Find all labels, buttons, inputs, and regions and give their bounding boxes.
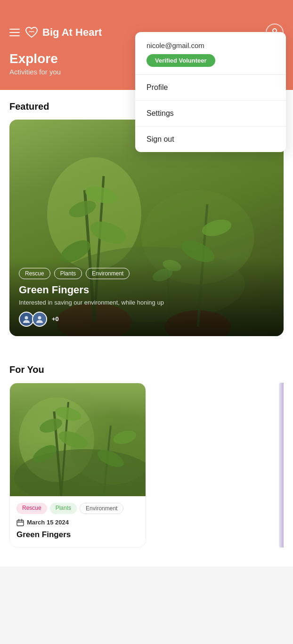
for-you-scroll[interactable]: Rescue Plants Environment March 15 2024 … <box>9 383 284 547</box>
for-you-title: For You <box>9 364 284 375</box>
card-1-tag-environment: Environment <box>80 503 123 514</box>
for-you-section: For You <box>0 364 293 566</box>
brand-name: Big At Heart <box>42 26 102 39</box>
featured-tags: Rescue Plants Environment <box>19 268 274 279</box>
dropdown-header: nicole@gmail.com Verified Volunteer <box>135 32 286 75</box>
avatar-2 <box>32 312 47 327</box>
for-you-card-image-1 <box>10 383 146 496</box>
avatars-row: +0 <box>19 312 274 327</box>
tag-rescue: Rescue <box>19 268 50 279</box>
app-header: Big At Heart Explore Activities for you … <box>0 0 293 90</box>
card-1-title: Green Fingers <box>16 530 139 539</box>
participant-count: +0 <box>52 315 59 322</box>
heart-logo-icon <box>24 25 39 40</box>
tag-environment: Environment <box>86 268 130 279</box>
card-1-date-text: March 15 2024 <box>27 519 69 526</box>
user-dropdown: nicole@gmail.com Verified Volunteer Prof… <box>135 32 286 152</box>
profile-menu-item[interactable]: Profile <box>135 75 286 101</box>
avatar-icon-2 <box>35 314 44 324</box>
svg-point-19 <box>38 316 41 319</box>
card-1-tag-rescue: Rescue <box>16 503 47 514</box>
verified-badge: Verified Volunteer <box>146 54 215 67</box>
signout-menu-item[interactable]: Sign out <box>135 127 286 152</box>
svg-point-18 <box>25 316 28 319</box>
calendar-icon <box>16 519 24 526</box>
menu-button[interactable] <box>9 29 20 36</box>
card-1-tags: Rescue Plants Environment <box>16 503 139 514</box>
scroll-indicator <box>279 383 284 547</box>
for-you-card-body-1: Rescue Plants Environment March 15 2024 … <box>10 496 146 547</box>
featured-card-overlay: Rescue Plants Environment Green Fingers … <box>9 258 284 336</box>
avatar-icon-1 <box>22 314 31 324</box>
user-email: nicole@gmail.com <box>146 41 275 49</box>
for-you-card-1[interactable]: Rescue Plants Environment March 15 2024 … <box>9 383 146 547</box>
brand-logo: Big At Heart <box>24 25 102 40</box>
tag-plants: Plants <box>54 268 82 279</box>
card-1-tag-plants: Plants <box>50 503 77 514</box>
settings-menu-item[interactable]: Settings <box>135 101 286 127</box>
featured-description: Interested in saving our environment, wh… <box>19 299 274 306</box>
featured-title: Green Fingers <box>19 284 274 296</box>
svg-rect-32 <box>17 520 24 526</box>
card-1-date: March 15 2024 <box>16 519 139 526</box>
